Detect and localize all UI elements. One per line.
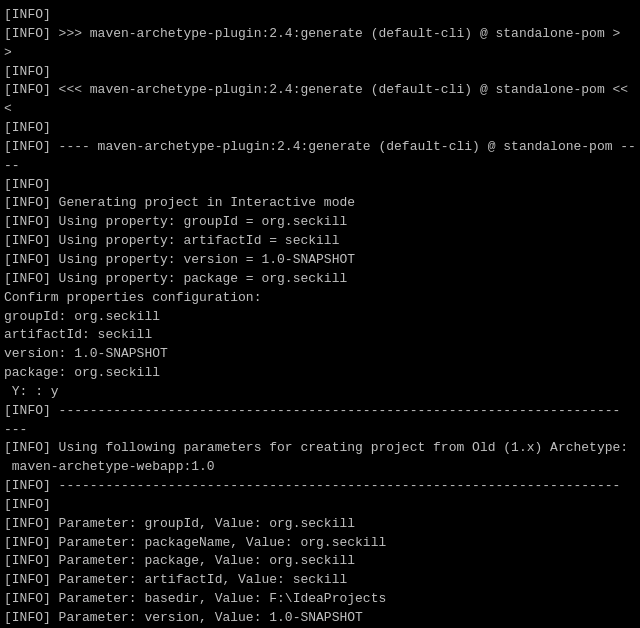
line-22: [INFO] ---------------------------------… [4,402,636,421]
line-3: > [4,44,636,63]
line-24: [INFO] Using following parameters for cr… [4,439,636,458]
line-12: [INFO] Using property: groupId = org.sec… [4,213,636,232]
line-19: version: 1.0-SNAPSHOT [4,345,636,364]
line-30: [INFO] Parameter: package, Value: org.se… [4,552,636,571]
line-11: [INFO] Generating project in Interactive… [4,194,636,213]
line-31: [INFO] Parameter: artifactId, Value: sec… [4,571,636,590]
line-16: Confirm properties configuration: [4,289,636,308]
line-10: [INFO] [4,176,636,195]
line-23: --- [4,421,636,440]
line-8: [INFO] ---- maven-archetype-plugin:2.4:g… [4,138,636,157]
line-18: artifactId: seckill [4,326,636,345]
line-5: [INFO] <<< maven-archetype-plugin:2.4:ge… [4,81,636,100]
line-32: [INFO] Parameter: basedir, Value: F:\Ide… [4,590,636,609]
line-4: [INFO] [4,63,636,82]
line-26: [INFO] ---------------------------------… [4,477,636,496]
line-1: [INFO] [4,6,636,25]
line-21: Y: : y [4,383,636,402]
line-13: [INFO] Using property: artifactId = seck… [4,232,636,251]
line-14: [INFO] Using property: version = 1.0-SNA… [4,251,636,270]
line-28: [INFO] Parameter: groupId, Value: org.se… [4,515,636,534]
line-7: [INFO] [4,119,636,138]
line-6: < [4,100,636,119]
line-2: [INFO] >>> maven-archetype-plugin:2.4:ge… [4,25,636,44]
line-20: package: org.seckill [4,364,636,383]
line-27: [INFO] [4,496,636,515]
line-33: [INFO] Parameter: version, Value: 1.0-SN… [4,609,636,628]
terminal-window: [INFO] [INFO] >>> maven-archetype-plugin… [0,0,640,628]
line-9: -- [4,157,636,176]
line-15: [INFO] Using property: package = org.sec… [4,270,636,289]
line-29: [INFO] Parameter: packageName, Value: or… [4,534,636,553]
line-25: maven-archetype-webapp:1.0 [4,458,636,477]
line-17: groupId: org.seckill [4,308,636,327]
